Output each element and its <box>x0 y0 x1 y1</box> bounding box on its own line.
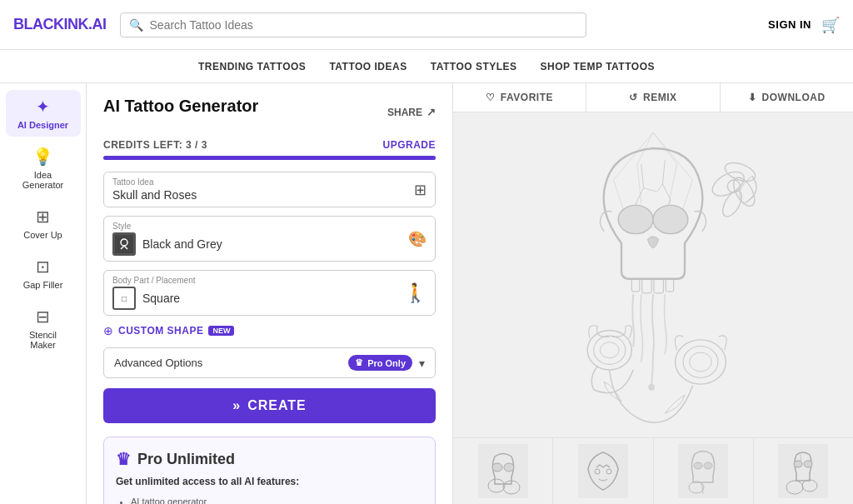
svg-rect-0 <box>115 235 133 253</box>
remix-label: REMIX <box>643 92 677 103</box>
svg-point-19 <box>618 205 653 233</box>
nav-trending[interactable]: TRENDING TATTOOS <box>198 61 306 72</box>
sidebar-item-ai-designer[interactable]: ✦ AI Designer <box>6 90 81 137</box>
stencil-maker-icon: ⊟ <box>36 307 50 327</box>
thumbnail-1[interactable] <box>553 438 653 504</box>
download-label: DOWNLOAD <box>762 92 826 103</box>
thumb-svg-0 <box>478 444 528 498</box>
create-icon: » <box>232 398 241 413</box>
nav-styles[interactable]: TATTOO STYLES <box>431 61 517 72</box>
progress-bar <box>103 156 436 160</box>
logo-text: BLACKINK <box>13 16 88 32</box>
advanced-right: ♛ Pro Only ▾ <box>348 355 425 371</box>
svg-point-42 <box>694 462 702 469</box>
idea-generator-icon: 💡 <box>32 147 53 167</box>
favorite-button[interactable]: ♡ FAVORITE <box>453 83 586 112</box>
search-input[interactable] <box>150 18 577 32</box>
tattoo-idea-value: Skull and Roses <box>112 188 426 202</box>
nav-shop[interactable]: SHOP TEMP TATTOOS <box>541 61 655 72</box>
pro-box-title-text: Pro Unlimited <box>137 451 235 468</box>
tattoo-preview-svg <box>511 117 795 433</box>
gap-filler-icon: ⊡ <box>36 257 50 277</box>
sidebar-item-cover-up[interactable]: ⊞ Cover Up <box>6 200 81 247</box>
sidebar-item-label-3: Gap Filler <box>23 280 63 290</box>
custom-shape-label: CUSTOM SHAPE <box>118 325 203 337</box>
content-panel: AI Tattoo Generator SHARE ↗ CREDITS LEFT… <box>87 83 453 504</box>
svg-point-20 <box>653 205 688 233</box>
placement-row: □ Square <box>112 287 426 310</box>
main: ✦ AI Designer 💡 Idea Generator ⊞ Cover U… <box>0 83 853 504</box>
placement-field[interactable]: Body Part / Placement □ Square 🚶 <box>103 270 436 316</box>
pro-access-text: Get unlimited access to all AI features: <box>116 476 299 487</box>
download-icon: ⬇ <box>748 92 757 103</box>
create-button[interactable]: » CREATE <box>103 388 436 423</box>
chevron-down-icon: ▾ <box>419 357 425 370</box>
tattoo-idea-icon[interactable]: ⊞ <box>414 181 426 199</box>
sidebar-item-idea-generator[interactable]: 💡 Idea Generator <box>6 140 81 197</box>
pro-box-description: Get unlimited access to all AI features: <box>116 476 423 487</box>
nav-ideas[interactable]: TATTOO IDEAS <box>329 61 407 72</box>
advanced-options-row[interactable]: Advanced Options ♛ Pro Only ▾ <box>103 347 436 378</box>
style-thumbnail <box>112 232 136 256</box>
pro-unlimited-box: ♛ Pro Unlimited Get unlimited access to … <box>103 437 436 504</box>
style-label: Style <box>112 222 426 231</box>
tattoo-idea-field[interactable]: Tattoo Idea Skull and Roses ⊞ <box>103 172 436 207</box>
sidebar: ✦ AI Designer 💡 Idea Generator ⊞ Cover U… <box>0 83 87 504</box>
pro-crown-icon-box: ♛ <box>116 449 131 469</box>
share-button-top[interactable]: SHARE ↗ <box>387 106 436 118</box>
style-field[interactable]: Style Black and Grey 🎨 <box>103 216 436 262</box>
pro-box-title: ♛ Pro Unlimited <box>116 449 423 469</box>
remix-button[interactable]: ↺ REMIX <box>586 83 720 112</box>
download-button[interactable]: ⬇ DOWNLOAD <box>721 83 853 112</box>
header-right: SIGN IN 🛒 <box>768 16 840 34</box>
tattoo-idea-label: Tattoo Idea <box>112 177 426 187</box>
logo[interactable]: BLACKINK.AI <box>13 16 107 33</box>
upgrade-link[interactable]: UPGRADE <box>382 139 436 151</box>
thumbnail-2[interactable] <box>654 438 754 504</box>
page-title: AI Tattoo Generator <box>103 97 258 116</box>
thumbnail-strip <box>453 437 853 504</box>
placement-value: Square <box>142 292 180 305</box>
sidebar-item-label-4: Stencil Maker <box>16 330 71 350</box>
style-icon[interactable]: 🎨 <box>408 230 426 248</box>
sidebar-item-stencil-maker[interactable]: ⊟ Stencil Maker <box>6 300 81 357</box>
svg-point-32 <box>648 384 655 391</box>
svg-point-48 <box>804 461 812 467</box>
heart-icon: ♡ <box>486 92 496 103</box>
thumbnail-3[interactable] <box>754 438 853 504</box>
custom-shape-row[interactable]: ⊕ CUSTOM SHAPE NEW <box>103 324 436 337</box>
search-bar[interactable]: 🔍 <box>120 12 586 37</box>
style-row: Black and Grey <box>112 232 426 256</box>
pro-badge: ♛ Pro Only <box>348 355 412 371</box>
pro-feature-0: AI tattoo generator <box>131 494 423 504</box>
share-icon: ↗ <box>426 106 436 118</box>
sidebar-item-gap-filler[interactable]: ⊡ Gap Filler <box>6 250 81 297</box>
sign-in-button[interactable]: SIGN IN <box>768 18 811 31</box>
svg-point-35 <box>504 463 514 472</box>
thumb-svg-1 <box>578 444 628 498</box>
placement-label: Body Part / Placement <box>112 276 426 285</box>
preview-image-area <box>453 112 853 437</box>
svg-point-34 <box>492 463 502 472</box>
share-label: SHARE <box>387 107 422 118</box>
remix-icon: ↺ <box>629 92 638 103</box>
custom-shape-icon: ⊕ <box>103 324 113 337</box>
preview-panel: ♡ FAVORITE ↺ REMIX ⬇ DOWNLOAD <box>453 83 853 504</box>
new-badge: NEW <box>208 326 234 336</box>
svg-point-47 <box>794 461 802 467</box>
placement-icon[interactable]: 🚶 <box>404 282 426 304</box>
thumb-svg-2 <box>678 444 728 498</box>
search-icon: 🔍 <box>129 18 143 32</box>
nav: TRENDING TATTOOS TATTOO IDEAS TATTOO STY… <box>0 50 853 83</box>
thumbnail-0[interactable] <box>453 438 553 504</box>
progress-fill <box>103 156 436 160</box>
cart-icon[interactable]: 🛒 <box>821 16 840 34</box>
credits-row: CREDITS LEFT: 3 / 3 UPGRADE <box>103 139 436 151</box>
thumb-svg-3 <box>778 444 828 498</box>
sidebar-item-label-2: Cover Up <box>23 230 62 240</box>
favorite-label: FAVORITE <box>501 92 553 103</box>
pro-crown-icon: ♛ <box>355 357 363 368</box>
header: BLACKINK.AI 🔍 SIGN IN 🛒 <box>0 0 853 50</box>
style-thumb-svg <box>115 235 133 253</box>
style-value: Black and Grey <box>142 237 222 251</box>
